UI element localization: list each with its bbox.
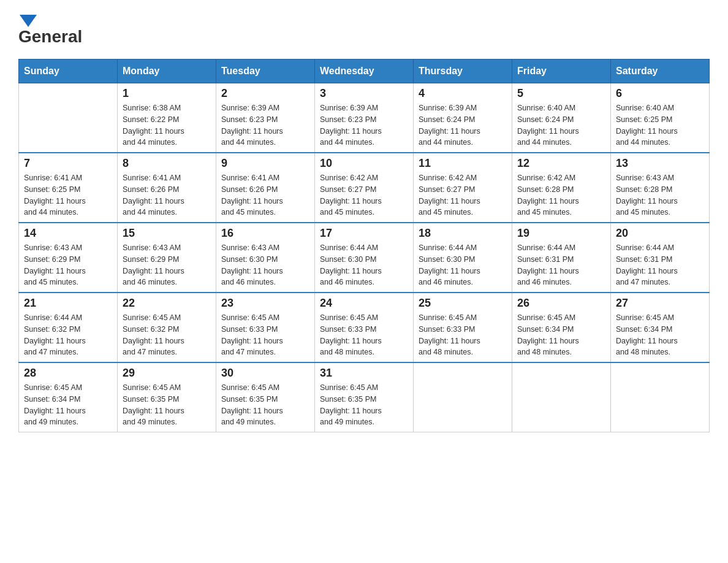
weekday-header-saturday: Saturday (611, 59, 710, 83)
day-info: Sunrise: 6:41 AM Sunset: 6:25 PM Dayligh… (24, 172, 112, 218)
day-info: Sunrise: 6:43 AM Sunset: 6:29 PM Dayligh… (24, 242, 112, 288)
calendar-day-cell: 12Sunrise: 6:42 AM Sunset: 6:28 PM Dayli… (512, 153, 611, 223)
day-number: 3 (320, 87, 408, 100)
calendar-day-cell: 30Sunrise: 6:45 AM Sunset: 6:35 PM Dayli… (216, 362, 315, 432)
day-number: 15 (123, 227, 211, 240)
calendar-week-row: 1Sunrise: 6:38 AM Sunset: 6:22 PM Daylig… (19, 83, 710, 153)
day-info: Sunrise: 6:43 AM Sunset: 6:30 PM Dayligh… (221, 242, 309, 288)
day-number: 16 (221, 227, 309, 240)
calendar-week-row: 28Sunrise: 6:45 AM Sunset: 6:34 PM Dayli… (19, 362, 710, 432)
calendar-day-cell (512, 362, 611, 432)
day-number: 9 (221, 157, 309, 170)
calendar-day-cell: 8Sunrise: 6:41 AM Sunset: 6:26 PM Daylig… (118, 153, 216, 223)
day-info: Sunrise: 6:41 AM Sunset: 6:26 PM Dayligh… (123, 172, 211, 218)
day-info: Sunrise: 6:45 AM Sunset: 6:33 PM Dayligh… (419, 312, 507, 358)
calendar-day-cell: 31Sunrise: 6:45 AM Sunset: 6:35 PM Dayli… (315, 362, 414, 432)
calendar-day-cell: 19Sunrise: 6:44 AM Sunset: 6:31 PM Dayli… (512, 223, 611, 293)
day-info: Sunrise: 6:42 AM Sunset: 6:28 PM Dayligh… (517, 172, 605, 218)
day-info: Sunrise: 6:45 AM Sunset: 6:35 PM Dayligh… (123, 382, 211, 428)
calendar-week-row: 21Sunrise: 6:44 AM Sunset: 6:32 PM Dayli… (19, 293, 710, 362)
day-info: Sunrise: 6:45 AM Sunset: 6:32 PM Dayligh… (123, 312, 211, 358)
calendar-day-cell: 25Sunrise: 6:45 AM Sunset: 6:33 PM Dayli… (414, 293, 512, 362)
day-number: 1 (123, 87, 211, 100)
day-number: 29 (123, 367, 211, 380)
calendar-day-cell: 27Sunrise: 6:45 AM Sunset: 6:34 PM Dayli… (611, 293, 710, 362)
calendar-table: SundayMondayTuesdayWednesdayThursdayFrid… (18, 59, 710, 432)
calendar-day-cell (414, 362, 512, 432)
calendar-day-cell: 6Sunrise: 6:40 AM Sunset: 6:25 PM Daylig… (611, 83, 710, 153)
weekday-header-friday: Friday (512, 59, 611, 83)
day-info: Sunrise: 6:45 AM Sunset: 6:34 PM Dayligh… (517, 312, 605, 358)
day-number: 27 (616, 297, 704, 310)
day-info: Sunrise: 6:40 AM Sunset: 6:24 PM Dayligh… (517, 102, 605, 148)
day-info: Sunrise: 6:44 AM Sunset: 6:31 PM Dayligh… (517, 242, 605, 288)
day-number: 10 (320, 157, 408, 170)
logo-general-bottom: General (18, 27, 82, 47)
calendar-day-cell: 9Sunrise: 6:41 AM Sunset: 6:26 PM Daylig… (216, 153, 315, 223)
weekday-header-monday: Monday (118, 59, 216, 83)
calendar-day-cell: 22Sunrise: 6:45 AM Sunset: 6:32 PM Dayli… (118, 293, 216, 362)
weekday-header-sunday: Sunday (19, 59, 118, 83)
day-number: 18 (419, 227, 507, 240)
day-info: Sunrise: 6:44 AM Sunset: 6:32 PM Dayligh… (24, 312, 112, 358)
day-info: Sunrise: 6:42 AM Sunset: 6:27 PM Dayligh… (419, 172, 507, 218)
day-number: 8 (123, 157, 211, 170)
day-info: Sunrise: 6:40 AM Sunset: 6:25 PM Dayligh… (616, 102, 704, 148)
calendar-day-cell: 29Sunrise: 6:45 AM Sunset: 6:35 PM Dayli… (118, 362, 216, 432)
weekday-header-thursday: Thursday (414, 59, 512, 83)
day-number: 17 (320, 227, 408, 240)
calendar-day-cell: 24Sunrise: 6:45 AM Sunset: 6:33 PM Dayli… (315, 293, 414, 362)
logo-triangle-icon (20, 15, 37, 27)
calendar-day-cell: 21Sunrise: 6:44 AM Sunset: 6:32 PM Dayli… (19, 293, 118, 362)
day-number: 14 (24, 227, 112, 240)
day-info: Sunrise: 6:43 AM Sunset: 6:28 PM Dayligh… (616, 172, 704, 218)
day-info: Sunrise: 6:45 AM Sunset: 6:33 PM Dayligh… (221, 312, 309, 358)
day-info: Sunrise: 6:45 AM Sunset: 6:34 PM Dayligh… (24, 382, 112, 428)
weekday-header-wednesday: Wednesday (315, 59, 414, 83)
day-info: Sunrise: 6:44 AM Sunset: 6:30 PM Dayligh… (419, 242, 507, 288)
calendar-day-cell: 13Sunrise: 6:43 AM Sunset: 6:28 PM Dayli… (611, 153, 710, 223)
day-number: 13 (616, 157, 704, 170)
weekday-header-row: SundayMondayTuesdayWednesdayThursdayFrid… (19, 59, 710, 83)
day-number: 6 (616, 87, 704, 100)
calendar-day-cell (611, 362, 710, 432)
day-number: 11 (419, 157, 507, 170)
calendar-day-cell: 2Sunrise: 6:39 AM Sunset: 6:23 PM Daylig… (216, 83, 315, 153)
day-number: 28 (24, 367, 112, 380)
calendar-day-cell: 17Sunrise: 6:44 AM Sunset: 6:30 PM Dayli… (315, 223, 414, 293)
calendar-day-cell: 18Sunrise: 6:44 AM Sunset: 6:30 PM Dayli… (414, 223, 512, 293)
calendar-day-cell: 4Sunrise: 6:39 AM Sunset: 6:24 PM Daylig… (414, 83, 512, 153)
day-info: Sunrise: 6:39 AM Sunset: 6:24 PM Dayligh… (419, 102, 507, 148)
calendar-week-row: 7Sunrise: 6:41 AM Sunset: 6:25 PM Daylig… (19, 153, 710, 223)
day-number: 5 (517, 87, 605, 100)
day-info: Sunrise: 6:43 AM Sunset: 6:29 PM Dayligh… (123, 242, 211, 288)
page-header: General (18, 12, 710, 47)
logo: General (18, 12, 82, 47)
calendar-day-cell: 23Sunrise: 6:45 AM Sunset: 6:33 PM Dayli… (216, 293, 315, 362)
day-info: Sunrise: 6:45 AM Sunset: 6:35 PM Dayligh… (221, 382, 309, 428)
calendar-day-cell: 7Sunrise: 6:41 AM Sunset: 6:25 PM Daylig… (19, 153, 118, 223)
day-number: 2 (221, 87, 309, 100)
day-info: Sunrise: 6:44 AM Sunset: 6:31 PM Dayligh… (616, 242, 704, 288)
day-info: Sunrise: 6:45 AM Sunset: 6:33 PM Dayligh… (320, 312, 408, 358)
calendar-day-cell: 28Sunrise: 6:45 AM Sunset: 6:34 PM Dayli… (19, 362, 118, 432)
day-info: Sunrise: 6:38 AM Sunset: 6:22 PM Dayligh… (123, 102, 211, 148)
day-info: Sunrise: 6:41 AM Sunset: 6:26 PM Dayligh… (221, 172, 309, 218)
calendar-day-cell: 3Sunrise: 6:39 AM Sunset: 6:23 PM Daylig… (315, 83, 414, 153)
calendar-day-cell: 15Sunrise: 6:43 AM Sunset: 6:29 PM Dayli… (118, 223, 216, 293)
day-number: 30 (221, 367, 309, 380)
calendar-day-cell: 20Sunrise: 6:44 AM Sunset: 6:31 PM Dayli… (611, 223, 710, 293)
day-number: 21 (24, 297, 112, 310)
calendar-day-cell: 16Sunrise: 6:43 AM Sunset: 6:30 PM Dayli… (216, 223, 315, 293)
calendar-day-cell: 26Sunrise: 6:45 AM Sunset: 6:34 PM Dayli… (512, 293, 611, 362)
day-info: Sunrise: 6:42 AM Sunset: 6:27 PM Dayligh… (320, 172, 408, 218)
day-info: Sunrise: 6:45 AM Sunset: 6:35 PM Dayligh… (320, 382, 408, 428)
weekday-header-tuesday: Tuesday (216, 59, 315, 83)
day-number: 4 (419, 87, 507, 100)
day-number: 19 (517, 227, 605, 240)
calendar-day-cell: 5Sunrise: 6:40 AM Sunset: 6:24 PM Daylig… (512, 83, 611, 153)
calendar-day-cell (19, 83, 118, 153)
day-number: 26 (517, 297, 605, 310)
calendar-week-row: 14Sunrise: 6:43 AM Sunset: 6:29 PM Dayli… (19, 223, 710, 293)
day-number: 20 (616, 227, 704, 240)
